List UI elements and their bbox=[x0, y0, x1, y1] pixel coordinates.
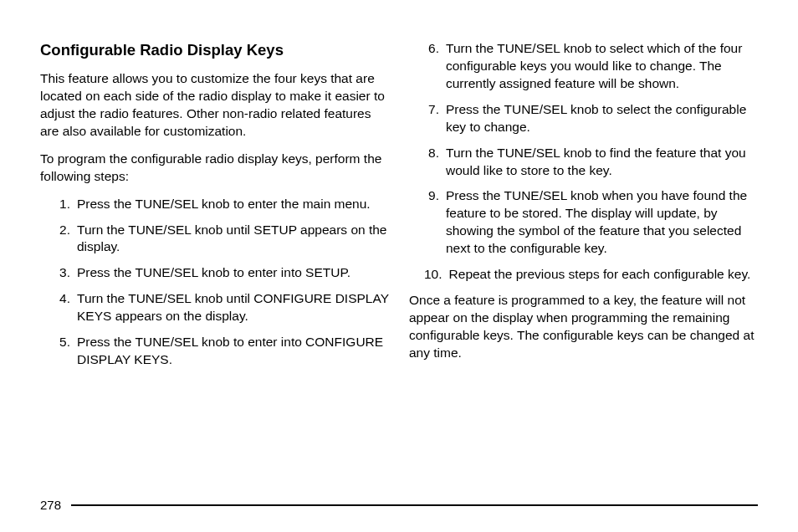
page-footer: 278 bbox=[40, 498, 758, 512]
footer-rule bbox=[71, 504, 758, 506]
list-item: 6.Turn the TUNE/SEL knob to select which… bbox=[409, 40, 758, 93]
list-text: Press the TUNE/SEL knob to select the co… bbox=[446, 101, 758, 136]
list-text: Turn the TUNE/SEL knob until SETUP appea… bbox=[77, 222, 389, 257]
list-number: 1. bbox=[55, 196, 77, 213]
list-item: 5.Press the TUNE/SEL knob to enter into … bbox=[40, 334, 389, 369]
left-column: Configurable Radio Display Keys This fea… bbox=[40, 40, 389, 377]
right-column: 6.Turn the TUNE/SEL knob to select which… bbox=[409, 40, 758, 377]
list-item: 3.Press the TUNE/SEL knob to enter into … bbox=[40, 264, 389, 282]
list-text: Press the TUNE/SEL knob to enter into SE… bbox=[77, 264, 389, 282]
section-heading: Configurable Radio Display Keys bbox=[40, 40, 389, 60]
list-number: 2. bbox=[55, 222, 77, 257]
list-number: 5. bbox=[55, 334, 77, 369]
list-number: 6. bbox=[424, 40, 446, 93]
list-text: Repeat the previous steps for each confi… bbox=[449, 266, 758, 284]
list-item: 7.Press the TUNE/SEL knob to select the … bbox=[409, 101, 758, 136]
lead-in-paragraph: To program the configurable radio displa… bbox=[40, 151, 389, 186]
list-number: 9. bbox=[424, 187, 446, 258]
closing-paragraph: Once a feature is programmed to a key, t… bbox=[409, 292, 758, 362]
intro-paragraph: This feature allows you to customize the… bbox=[40, 70, 389, 141]
list-number: 10. bbox=[424, 266, 449, 284]
list-text: Press the TUNE/SEL knob when you have fo… bbox=[446, 187, 758, 258]
list-item: 4.Turn the TUNE/SEL knob until CONFIGURE… bbox=[40, 290, 389, 325]
list-text: Turn the TUNE/SEL knob to select which o… bbox=[446, 40, 758, 93]
list-item: 10.Repeat the previous steps for each co… bbox=[409, 266, 758, 284]
list-item: 9.Press the TUNE/SEL knob when you have … bbox=[409, 187, 758, 258]
list-number: 7. bbox=[424, 101, 446, 136]
list-item: 8.Turn the TUNE/SEL knob to find the fea… bbox=[409, 145, 758, 180]
list-number: 4. bbox=[55, 290, 77, 325]
page-columns: Configurable Radio Display Keys This fea… bbox=[40, 40, 758, 377]
list-text: Press the TUNE/SEL knob to enter into CO… bbox=[77, 334, 389, 369]
list-item: 1.Press the TUNE/SEL knob to enter the m… bbox=[40, 196, 389, 213]
list-item: 2.Turn the TUNE/SEL knob until SETUP app… bbox=[40, 222, 389, 257]
list-text: Turn the TUNE/SEL knob until CONFIGURE D… bbox=[77, 290, 389, 325]
list-text: Press the TUNE/SEL knob to enter the mai… bbox=[77, 196, 389, 213]
list-number: 8. bbox=[424, 145, 446, 180]
page-number: 278 bbox=[40, 498, 61, 512]
list-number: 3. bbox=[55, 264, 77, 282]
list-text: Turn the TUNE/SEL knob to find the featu… bbox=[446, 145, 758, 180]
